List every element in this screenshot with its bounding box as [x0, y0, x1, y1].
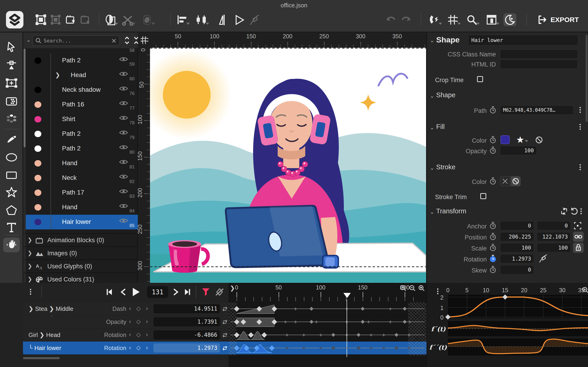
anchor-center-icon[interactable] — [573, 222, 582, 230]
mask-icon[interactable] — [104, 13, 117, 26]
visibility-eye-icon[interactable] — [119, 129, 128, 136]
layer-section-used[interactable]: ❯ AA Used Glyphs (0) — [23, 259, 138, 273]
timeline-row-name[interactable]: Girl ❯ Head — [28, 332, 97, 339]
position-link-icon[interactable] — [573, 232, 584, 242]
distribute-icon[interactable] — [195, 13, 208, 26]
layer-section-animation[interactable]: ❯ Animation Blocks (0) — [23, 233, 138, 246]
timeline-row-name[interactable]: ❯ Stea ❯ Middle — [28, 305, 97, 312]
keyframe-diamond[interactable] — [303, 347, 305, 350]
section-expander-chevron[interactable]: ❯ — [27, 276, 32, 282]
scissors-icon[interactable] — [121, 13, 134, 26]
gradient-tool[interactable] — [3, 94, 20, 109]
transform-section-chevron[interactable]: ⌄ — [430, 209, 434, 215]
stroke-section-chevron[interactable]: ⌄ — [430, 165, 434, 171]
section-expander-chevron[interactable]: ❯ — [27, 263, 32, 269]
timeline-row[interactable]: └ Hair lower Rotation ‹ ◇ › 1.2973 — [23, 342, 229, 355]
fill-menu-kebab[interactable] — [579, 123, 581, 131]
bend-tool-icon[interactable] — [248, 13, 261, 26]
rotation-field[interactable]: 1.2973 — [500, 254, 534, 263]
visibility-eye-icon[interactable] — [119, 56, 128, 62]
ungroup-frame-icon[interactable] — [49, 13, 62, 26]
scale-y-field[interactable]: 100 — [537, 243, 571, 252]
play-button[interactable] — [130, 286, 141, 298]
layer-row[interactable]: Path 1677 — [26, 97, 138, 112]
shape-section-chevron[interactable]: ⌄ — [430, 93, 434, 99]
search-input[interactable]: Search... — [32, 35, 120, 46]
keyframe-diamond[interactable] — [294, 307, 297, 310]
track-row[interactable] — [229, 342, 426, 355]
fill-section-chevron[interactable]: ⌄ — [430, 124, 434, 131]
keyframe-nav[interactable]: ‹ ◇ › — [129, 318, 152, 325]
inspector-scrollbar[interactable] — [586, 35, 588, 122]
path-stopwatch-icon[interactable] — [489, 106, 496, 114]
blend-tool[interactable] — [3, 111, 20, 126]
track-row[interactable] — [229, 328, 426, 342]
layer-row[interactable]: Neck82 — [26, 171, 138, 185]
timeline-row-value-field[interactable]: 14.9511 — [153, 304, 220, 313]
repeat-icon[interactable] — [221, 332, 228, 339]
next-frame-button[interactable] — [170, 286, 182, 298]
panels-layout-icon[interactable] — [485, 13, 498, 26]
polygon-tool[interactable] — [3, 203, 20, 217]
keyframe-diamond[interactable] — [315, 320, 318, 323]
visibility-eye-icon[interactable] — [119, 100, 128, 106]
keyframe-diamond[interactable] — [331, 346, 335, 350]
keyframe-diamond[interactable] — [309, 320, 313, 324]
timeline-row-value-field[interactable]: 1.2973 — [153, 343, 220, 352]
fill-color-stopwatch-icon[interactable] — [489, 136, 496, 144]
section-expander-chevron[interactable]: ❯ — [27, 250, 32, 256]
html-id-field[interactable] — [500, 60, 578, 69]
visibility-eye-icon[interactable] — [119, 71, 128, 77]
fill-opacity-field[interactable]: 100 — [500, 146, 537, 155]
keyframe-diamond[interactable] — [285, 347, 288, 350]
position-x-field[interactable]: 206.225 — [500, 232, 534, 241]
app-logo-icon[interactable] — [6, 11, 23, 28]
fill-opacity-stopwatch-icon[interactable] — [489, 146, 496, 154]
keyframe-diamond[interactable] — [319, 347, 322, 350]
undo-icon[interactable] — [384, 13, 397, 26]
ellipse-tool[interactable] — [3, 150, 20, 165]
keyframe-nav[interactable]: ‹ ◇ › — [129, 331, 152, 338]
keyframe-nav[interactable]: ‹ ◇ › — [129, 305, 152, 312]
timeline-menu-kebab[interactable] — [30, 288, 31, 296]
visibility-eye-icon[interactable] — [119, 115, 128, 121]
track-row[interactable] — [229, 315, 426, 328]
fill-star-icon[interactable]: ★ — [516, 134, 524, 145]
timeline-row[interactable]: Opacity ‹ ◇ › 1.7391 — [23, 315, 229, 328]
zoom-icon[interactable] — [465, 13, 478, 26]
star-tool[interactable] — [3, 185, 20, 200]
keyframe-diamond[interactable] — [303, 334, 305, 336]
keyframe-diamond[interactable] — [356, 333, 360, 337]
select-tool[interactable] — [3, 40, 20, 54]
rotation-easing-icon[interactable] — [539, 254, 548, 263]
scale-stopwatch-icon[interactable] — [489, 244, 496, 251]
stroke-color-stopwatch-icon[interactable] — [489, 177, 496, 185]
rotate-copy-icon[interactable] — [141, 13, 153, 26]
visibility-eye-icon[interactable] — [119, 188, 128, 194]
keyframe-diamond[interactable] — [331, 333, 335, 337]
artboard[interactable] — [150, 48, 426, 283]
layer-row[interactable]: Path 280 — [26, 141, 138, 156]
ruler-corner[interactable] — [138, 33, 150, 48]
expand-all-icon[interactable] — [124, 36, 130, 44]
previous-frame-button[interactable] — [118, 286, 129, 298]
keyframe-diamond[interactable] — [389, 307, 392, 310]
keyframe-diamond[interactable] — [284, 320, 287, 323]
layer-row-clipped[interactable]: 58 — [26, 49, 138, 53]
anchor-x-field[interactable]: 0 — [500, 221, 534, 230]
layer-row[interactable]: Shirt78 — [26, 112, 138, 127]
flip-vertical-icon[interactable] — [218, 13, 231, 26]
layer-row[interactable]: Path 259 — [26, 53, 138, 68]
pen-tool[interactable] — [3, 132, 20, 146]
stroke-menu-kebab[interactable] — [579, 163, 581, 171]
group-frame-icon[interactable] — [35, 13, 47, 26]
current-frame-field[interactable]: 131 — [147, 286, 168, 298]
add-keyframe-box-icon[interactable] — [64, 13, 77, 26]
timeline-row-value-field[interactable]: -6.4866 — [153, 330, 220, 340]
timeline-horizontal-scrollbar[interactable] — [23, 357, 60, 359]
transform-menu-kebab[interactable] — [580, 207, 582, 215]
export-button[interactable]: EXPORT — [537, 13, 579, 26]
grid-icon[interactable] — [447, 13, 459, 26]
skew-field[interactable]: 0 — [500, 265, 534, 274]
repeat-icon[interactable] — [221, 306, 228, 312]
